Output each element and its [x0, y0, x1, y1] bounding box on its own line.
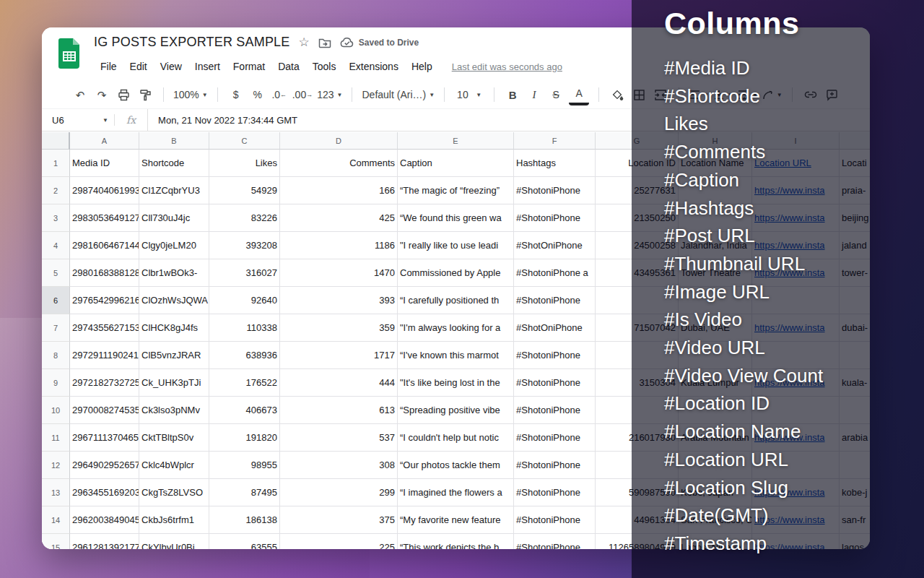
undo-icon[interactable]: ↶: [71, 85, 89, 104]
fill-color-icon[interactable]: [609, 85, 626, 104]
cell[interactable]: 2961281392177: [70, 534, 139, 549]
redo-icon[interactable]: ↷: [93, 85, 110, 104]
column-header-A[interactable]: A: [70, 132, 139, 150]
cell[interactable]: #ShotoniPhone: [514, 342, 596, 369]
cell[interactable]: 2974355627153: [70, 314, 139, 342]
row-number-13[interactable]: 13: [42, 479, 70, 506]
cell[interactable]: 393: [280, 287, 398, 314]
cell[interactable]: 2981606467144: [70, 232, 139, 259]
select-all-corner[interactable]: [42, 132, 70, 150]
document-title[interactable]: IG POSTS EXPORTER SAMPLE: [94, 35, 290, 50]
cell[interactable]: #ShotoniPhone: [514, 177, 596, 204]
name-box[interactable]: U6▼: [42, 115, 114, 126]
cell[interactable]: #ShotOniPhone: [514, 232, 596, 259]
cell[interactable]: Commissioned by Apple: [398, 259, 514, 287]
move-folder-icon[interactable]: [318, 37, 331, 48]
cell[interactable]: "I'm always looking for a: [398, 314, 514, 342]
cell[interactable]: 2976542996216: [70, 287, 139, 314]
cell[interactable]: Caption: [398, 150, 514, 177]
cell[interactable]: 316027: [209, 259, 280, 287]
cell[interactable]: CktTBltpS0v: [139, 424, 209, 452]
cell[interactable]: #ShotOniPhone: [514, 314, 596, 342]
row-number-8[interactable]: 8: [42, 342, 70, 369]
cell[interactable]: 87495: [209, 479, 280, 506]
cell[interactable]: 186138: [209, 506, 280, 534]
cell[interactable]: 537: [280, 424, 398, 452]
cell[interactable]: Hashtags: [514, 150, 596, 177]
star-icon[interactable]: ☆: [299, 36, 310, 48]
cell[interactable]: Cl1ZCqbrYU3: [139, 177, 209, 204]
cell[interactable]: 2980168388128: [70, 259, 139, 287]
cell[interactable]: #ShotoniPhone a: [514, 259, 596, 287]
cell[interactable]: CkYlbyUr0Bi: [139, 534, 209, 549]
font-select[interactable]: Default (Ari…)▼: [362, 85, 435, 104]
paint-format-icon[interactable]: [136, 85, 154, 104]
cell[interactable]: “The magic of “freezing”: [398, 177, 514, 204]
menu-item-tools[interactable]: Tools: [306, 59, 343, 74]
cell[interactable]: 1470: [280, 259, 398, 287]
cell[interactable]: 166: [280, 177, 398, 204]
cell[interactable]: 425: [280, 204, 398, 232]
cell[interactable]: 308: [280, 452, 398, 479]
menu-item-help[interactable]: Help: [405, 59, 439, 74]
row-number-2[interactable]: 2: [42, 177, 70, 204]
cell[interactable]: #ShotoniPhone: [514, 506, 596, 534]
cell[interactable]: 54929: [209, 177, 280, 204]
cell[interactable]: 299: [280, 479, 398, 506]
cell[interactable]: CkgTsZ8LVSO: [139, 479, 209, 506]
cell[interactable]: 638936: [209, 342, 280, 369]
cell[interactable]: “I couldn't help but notic: [398, 424, 514, 452]
cell[interactable]: 393208: [209, 232, 280, 259]
row-number-3[interactable]: 3: [42, 204, 70, 232]
cell[interactable]: 1717: [280, 342, 398, 369]
row-number-15[interactable]: 15: [42, 534, 70, 549]
cell[interactable]: 29671113704659: [70, 424, 139, 452]
cell[interactable]: ClB5vnzJRAR: [139, 342, 209, 369]
cell[interactable]: #ShotoniPhone: [514, 397, 596, 424]
cell[interactable]: ClHCK8gJ4fs: [139, 314, 209, 342]
cell[interactable]: 613: [280, 397, 398, 424]
saved-status[interactable]: Saved to Drive: [340, 37, 419, 48]
cell[interactable]: 176522: [209, 369, 280, 397]
cell[interactable]: 225: [280, 534, 398, 549]
cell[interactable]: 2962003849045: [70, 506, 139, 534]
column-header-B[interactable]: B: [139, 132, 209, 150]
cell[interactable]: 29729111902417: [70, 342, 139, 369]
cell[interactable]: CkbJs6trfm1: [139, 506, 209, 534]
cell[interactable]: 2987404061993: [70, 177, 139, 204]
decrease-decimals-icon[interactable]: .0←: [271, 85, 288, 104]
format-currency-icon[interactable]: $: [227, 85, 245, 104]
cell[interactable]: 191820: [209, 424, 280, 452]
row-number-10[interactable]: 10: [42, 397, 70, 424]
column-header-D[interactable]: D: [280, 132, 398, 150]
cell[interactable]: 63555: [209, 534, 280, 549]
cell[interactable]: "I really like to use leadi: [398, 232, 514, 259]
cell[interactable]: #ShotoniPhone: [514, 534, 596, 549]
cell[interactable]: ClOzhWsJQWA: [139, 287, 209, 314]
text-color-icon[interactable]: A: [569, 84, 589, 105]
row-number-14[interactable]: 14: [42, 506, 70, 534]
cell[interactable]: #ShotoniPhone: [514, 204, 596, 232]
cell[interactable]: 375: [280, 506, 398, 534]
increase-decimals-icon[interactable]: .00→: [292, 85, 313, 104]
menu-item-view[interactable]: View: [154, 59, 188, 74]
row-number-11[interactable]: 11: [42, 424, 70, 452]
cell[interactable]: Clgy0jeLM20: [139, 232, 209, 259]
font-size-select[interactable]: 10▼: [454, 85, 484, 104]
cell[interactable]: Media ID: [70, 150, 139, 177]
cell[interactable]: Shortcode: [139, 150, 209, 177]
sheets-logo-icon[interactable]: [58, 38, 81, 72]
cell[interactable]: 2964902952657: [70, 452, 139, 479]
cell[interactable]: 406673: [209, 397, 280, 424]
menu-item-extensions[interactable]: Extensions: [342, 59, 404, 74]
row-number-12[interactable]: 12: [42, 452, 70, 479]
menu-item-edit[interactable]: Edit: [123, 59, 154, 74]
cell[interactable]: #ShotoniPhone: [514, 479, 596, 506]
cell[interactable]: 98955: [209, 452, 280, 479]
menu-item-file[interactable]: File: [94, 59, 123, 74]
cell[interactable]: Clbr1wBOk3-: [139, 259, 209, 287]
cell[interactable]: Ck3lso3pNMv: [139, 397, 209, 424]
print-icon[interactable]: [115, 85, 132, 104]
menu-item-insert[interactable]: Insert: [188, 59, 227, 74]
row-number-6[interactable]: 6: [42, 287, 70, 314]
